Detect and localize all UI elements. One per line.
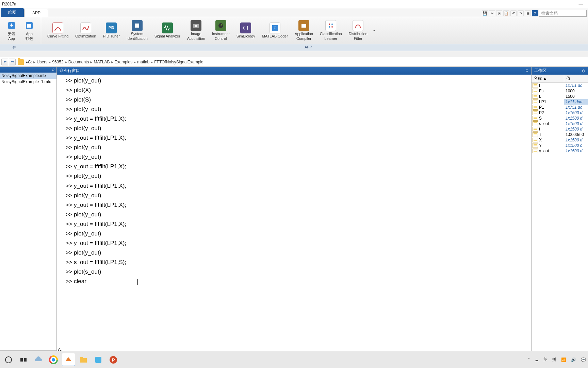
taskbar-cortana-icon[interactable]: [2, 353, 15, 366]
workspace-columns[interactable]: 名称 ▲ 值: [532, 75, 588, 83]
panel-menu-icon[interactable]: ⊙: [52, 68, 54, 72]
tray-ime-lang[interactable]: 英: [543, 357, 548, 363]
workspace-row[interactable]: P11x751 do: [532, 105, 588, 110]
tray-chevron-icon[interactable]: ˄: [528, 357, 530, 362]
qat-copy-icon[interactable]: ⎘: [496, 10, 502, 16]
panel-menu-icon[interactable]: ⊙: [525, 68, 528, 73]
ribbon-dropdown[interactable]: ▾: [371, 29, 378, 32]
command-line: >> plot(s_out): [62, 267, 531, 277]
taskbar-matlab-icon[interactable]: [62, 353, 75, 366]
col-name-header[interactable]: 名称 ▲: [532, 75, 564, 82]
pid-tuner-button[interactable]: PIDPID Tuner: [100, 22, 124, 39]
svg-rect-24: [95, 357, 101, 363]
command-editor[interactable]: fx >> plot(y_out) >> plot(X) >> plot(S) …: [57, 75, 531, 358]
qat-undo-icon[interactable]: ↶: [510, 10, 517, 16]
breadcrumb-path[interactable]: ▸ C:▸ Users▸ 96352▸ Documents▸ MATLAB▸ E…: [26, 60, 203, 64]
search-docs-input[interactable]: [539, 10, 587, 17]
taskbar-explorer-icon[interactable]: [77, 353, 90, 366]
package-app-icon: [24, 20, 35, 31]
current-folder-panel: ⊙ NoisySignalExample.mlx NoisySignalExam…: [0, 67, 57, 358]
workspace-row[interactable]: f1x751 do: [532, 83, 588, 88]
variable-value: 1x1500 c: [564, 143, 588, 148]
col-value-header[interactable]: 值: [564, 75, 588, 82]
variable-icon: [533, 83, 538, 88]
dist-fitter-button[interactable]: Distribution Fitter: [345, 19, 371, 41]
install-app-button[interactable]: 安装 App: [3, 19, 20, 41]
variable-name: y_out: [539, 148, 564, 154]
instrument-button[interactable]: Instrument Control: [209, 19, 233, 41]
workspace-row[interactable]: P21x1500 d: [532, 110, 588, 116]
image-acq-button[interactable]: Image Acquisition: [184, 19, 209, 41]
system-id-button[interactable]: System Identification: [123, 19, 151, 41]
signal-analyzer-button[interactable]: Signal Analyzer: [151, 22, 184, 39]
panel-menu-icon[interactable]: ⊙: [582, 68, 585, 73]
variable-value: 1x1500 d: [564, 148, 588, 154]
main-area: ⊙ NoisySignalExample.mlx NoisySignalExam…: [0, 67, 588, 358]
variable-value: 1x1500 d: [564, 110, 588, 116]
matlab-coder-icon: C: [270, 22, 280, 33]
qat-help-icon[interactable]: ?: [532, 10, 538, 16]
taskbar-taskview-icon[interactable]: [17, 353, 30, 366]
tray-notifications-icon[interactable]: 💬: [581, 357, 586, 362]
workspace-row[interactable]: X1x1500 d: [532, 137, 588, 143]
qat-save-icon[interactable]: 💾: [482, 10, 488, 16]
qat-cut-icon[interactable]: ✂: [489, 10, 495, 16]
nav-fwd-button[interactable]: ⇒: [9, 59, 16, 65]
app-compiler-button[interactable]: Application Compiler: [291, 19, 316, 41]
taskbar-cloud-icon[interactable]: [32, 353, 45, 366]
class-learner-button[interactable]: Classification Learner: [316, 19, 345, 41]
tab-plot[interactable]: 绘图: [1, 8, 24, 17]
optimization-button[interactable]: Optimization: [72, 22, 99, 39]
workspace-row[interactable]: y_out1x1500 d: [532, 148, 588, 154]
workspace-row[interactable]: t1x1500 d: [532, 126, 588, 132]
workspace-row[interactable]: s_out1x1500 d: [532, 121, 588, 126]
variable-icon: [533, 116, 538, 121]
tray-ime-mode[interactable]: 拼: [552, 357, 556, 363]
file-list[interactable]: NoisySignalExample.mlx NoisySignalExampl…: [0, 73, 56, 350]
folder-icon[interactable]: [18, 59, 24, 65]
workspace-row[interactable]: S1x1500 d: [532, 116, 588, 121]
variable-name: Fs: [539, 88, 564, 94]
svg-text:C: C: [274, 26, 276, 30]
qat-switch-icon[interactable]: ⊞: [525, 10, 531, 16]
file-item[interactable]: NoisySignalExample.mlx: [0, 73, 56, 79]
app-compiler-icon: [298, 20, 309, 31]
workspace-header: 工作区 ⊙: [532, 67, 588, 75]
minimize-button[interactable]: —: [576, 1, 586, 6]
command-line: >> plot(y_out): [62, 210, 531, 219]
svg-point-10: [329, 24, 330, 25]
file-item[interactable]: NoisySignalExample_1.mlx: [0, 79, 56, 85]
workspace-row[interactable]: LP11x11 dou: [532, 99, 588, 105]
command-line: >> plot(y_out): [62, 124, 531, 133]
taskbar-chrome-icon[interactable]: [47, 353, 60, 366]
variable-value: 1500: [564, 94, 588, 99]
qat-redo-icon[interactable]: ↷: [518, 10, 524, 16]
simbiology-icon: [240, 22, 251, 33]
workspace-row[interactable]: L1500: [532, 94, 588, 99]
system-tray[interactable]: ˄ ☁ 英 拼 📶 🔊 💬: [528, 357, 586, 363]
qat-paste-icon[interactable]: 📋: [503, 10, 509, 16]
matlab-coder-button[interactable]: CMATLAB Coder: [259, 22, 291, 39]
variable-icon: [533, 94, 538, 99]
tab-app[interactable]: APP: [24, 9, 48, 17]
nav-back-button[interactable]: ⇐: [1, 59, 8, 65]
taskbar-powerpoint-icon[interactable]: P: [107, 353, 120, 366]
command-line: >> plot(y_out): [62, 143, 531, 152]
tray-onedrive-icon[interactable]: ☁: [535, 357, 539, 362]
package-app-button[interactable]: App 打包: [20, 19, 38, 41]
workspace-row[interactable]: Fs1000: [532, 88, 588, 94]
workspace-table[interactable]: 名称 ▲ 值 f1x751 doFs1000L1500LP11x11 douP1…: [532, 75, 588, 358]
variable-name: L: [539, 94, 564, 99]
svg-point-12: [329, 26, 330, 28]
taskbar-app-icon[interactable]: [92, 353, 105, 366]
workspace-row[interactable]: T1.0000e-0: [532, 132, 588, 137]
simbiology-button[interactable]: SimBiology: [233, 22, 259, 39]
variable-icon: [533, 143, 538, 148]
variable-icon: [533, 138, 538, 142]
tray-wifi-icon[interactable]: 📶: [561, 357, 566, 362]
workspace-row[interactable]: Y1x1500 c: [532, 143, 588, 148]
tray-volume-icon[interactable]: 🔊: [571, 357, 576, 362]
curve-fitting-button[interactable]: Curve Fitting: [44, 22, 72, 39]
command-line: >> plot(y_out): [62, 152, 531, 162]
command-line: >> plot(y_out): [62, 229, 531, 239]
